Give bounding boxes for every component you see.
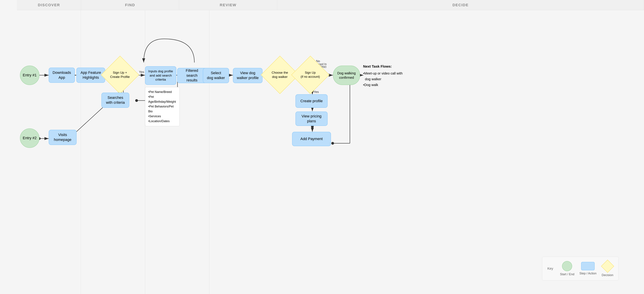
add-payment-node: Add Payment (292, 132, 331, 146)
select-walker-node: Selectdog walker (203, 68, 229, 83)
key-decision: Decision (602, 260, 614, 277)
choose-walker-node: Choose thedog walker (265, 60, 294, 90)
signup-no-account-node: Sign Up(if no account) (296, 60, 325, 90)
svg-point-16 (135, 99, 138, 102)
svg-point-38 (331, 142, 334, 145)
inputs-dog-profile-node: Inputs dog profileand add searchcriterti… (145, 66, 176, 85)
entry-2-node: Entry #2 (20, 128, 40, 148)
svg-text:Yes: Yes (314, 90, 319, 94)
create-profile-node: Create profile (296, 94, 328, 108)
view-walker-profile-node: View dogwalker profile (233, 68, 262, 83)
visits-homepage-node: Visitshomepage (49, 130, 76, 145)
searches-criteria-node: Searcheswith criteria (102, 92, 129, 108)
svg-text:Yes: Yes (139, 70, 144, 74)
key-step-action: Step / Action (580, 262, 596, 275)
filtered-search-node: Filtered searchresults (177, 68, 207, 83)
dog-walking-confirmed-node: Dog walkingconfirmed (333, 66, 360, 85)
next-task-flows: Next Task Flows: •Meet-up or video call … (363, 63, 403, 88)
key-box: Key Start / End Step / Action Decision (542, 257, 619, 280)
downloads-app-node: DownloadsApp (49, 68, 75, 83)
flow-diagram: Yes No (Skip) No No (Signed In Will Skip… (0, 0, 644, 294)
app-feature-node: App FeatureHighlights (76, 68, 105, 83)
view-pricing-node: View pricingplans (296, 112, 328, 126)
entry-1-node: Entry #1 (20, 66, 40, 85)
signup-create-profile-node: Sign Up +Create Profile (105, 60, 135, 90)
dog-criteria-list: •Pet Name/Breed •Pet Age/Birthday/Weight… (145, 87, 180, 126)
key-start-end: Start / End (560, 261, 574, 276)
